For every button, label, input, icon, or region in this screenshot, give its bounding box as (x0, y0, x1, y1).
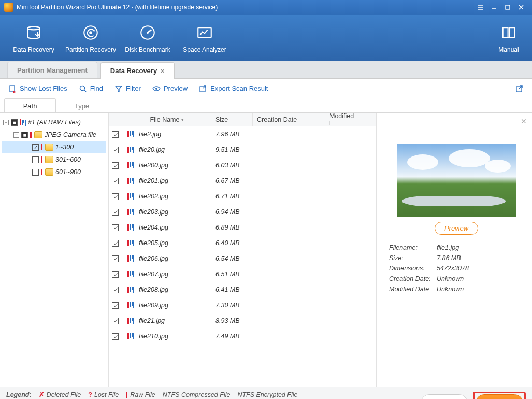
column-creation-date[interactable]: Creation Date (253, 113, 325, 126)
tree-label: 301~600 (55, 156, 81, 163)
file-row[interactable]: ✓file209.jpg7.30 MB (109, 297, 376, 313)
raw-marker-icon (41, 169, 42, 175)
checkbox[interactable]: ✓ (112, 255, 119, 262)
tree-jpeg[interactable]: − ■ JPEG Camera file (2, 129, 106, 141)
checkbox[interactable]: ✓ (112, 131, 119, 138)
meta-key: Dimensions: (389, 265, 437, 272)
tab-path[interactable]: Path (4, 98, 56, 112)
close-icon[interactable] (514, 2, 528, 12)
tree-range-2[interactable]: 301~600 (2, 153, 106, 166)
collapse-icon[interactable]: − (13, 132, 19, 138)
folder-icon (45, 168, 53, 176)
share-icon (515, 84, 524, 93)
file-list-header: File Name ▾ Size Creation Date Modified … (109, 113, 376, 126)
file-row[interactable]: ✓file20.jpg9.51 MB (109, 142, 376, 158)
preview-button[interactable]: Preview (152, 84, 188, 93)
checkbox[interactable]: ✓ (112, 287, 119, 293)
checkbox[interactable]: ✓ (112, 302, 119, 309)
ribbon-partition-recovery[interactable]: Partition Recovery (62, 22, 119, 53)
menu-icon[interactable] (474, 2, 487, 12)
filter-button[interactable]: Filter (114, 84, 141, 93)
file-list[interactable]: ✓file2.jpg7.96 MB✓file20.jpg9.51 MB✓file… (109, 126, 376, 387)
file-row[interactable]: ✓file200.jpg6.03 MB (109, 158, 376, 173)
maximize-icon[interactable] (501, 2, 514, 12)
file-name: file209.jpg (139, 302, 168, 309)
raw-file-icon (127, 286, 136, 293)
main-content: − ■ #1 (All RAW Files) − ■ JPEG Camera f… (0, 113, 532, 387)
file-row[interactable]: ✓file201.jpg6.67 MB (109, 173, 376, 189)
partition-recovery-icon (62, 22, 119, 43)
collapse-icon[interactable]: − (3, 120, 9, 125)
checkbox[interactable]: ✓ (112, 162, 119, 169)
share-button[interactable] (515, 84, 524, 93)
save-button[interactable]: Save (476, 394, 523, 399)
checkbox[interactable]: ■ (11, 119, 18, 126)
ribbon-data-recovery[interactable]: Data Recovery (5, 22, 62, 53)
ribbon-label: Space Analyzer (183, 46, 226, 53)
svg-rect-0 (506, 5, 510, 9)
preview-thumbnail (397, 144, 516, 217)
open-preview-button[interactable]: Preview (435, 222, 478, 235)
filter-icon (114, 84, 123, 93)
folder-icon (45, 156, 53, 163)
column-modified[interactable]: Modified l (325, 113, 356, 126)
raw-file-icon (127, 270, 136, 278)
ribbon-disk-benchmark[interactable]: Disk Benchmark (119, 22, 176, 53)
checkbox[interactable]: ✓ (32, 144, 39, 151)
back-button[interactable]: Back (421, 394, 468, 399)
column-size[interactable]: Size (211, 113, 253, 126)
show-lost-files-button[interactable]: Show Lost Files (8, 84, 67, 93)
export-scan-button[interactable]: Export Scan Result (199, 84, 268, 93)
checkbox[interactable]: ✓ (112, 271, 119, 278)
ribbon-manual[interactable]: Manual (491, 22, 527, 53)
file-row[interactable]: ✓file203.jpg6.94 MB (109, 204, 376, 220)
raw-file-icon (127, 317, 136, 324)
meta-key: Modified Date (389, 286, 437, 293)
checkbox[interactable]: ✓ (112, 333, 119, 340)
raw-file-icon (127, 177, 136, 184)
file-row[interactable]: ✓file21.jpg8.93 MB (109, 313, 376, 329)
svg-point-1 (28, 27, 40, 30)
file-row[interactable]: ✓file208.jpg6.41 MB (109, 282, 376, 297)
svg-point-9 (155, 88, 157, 90)
tree-root[interactable]: − ■ #1 (All RAW Files) (2, 116, 106, 129)
tab-partition-management[interactable]: Partition Management (7, 62, 97, 78)
file-name: file204.jpg (139, 224, 168, 231)
ribbon-space-analyzer[interactable]: Space Analyzer (176, 22, 233, 53)
close-preview-icon[interactable]: ✕ (521, 117, 527, 125)
minimize-icon[interactable] (487, 2, 501, 12)
svg-point-5 (147, 32, 149, 34)
tab-data-recovery[interactable]: Data Recovery✕ (100, 62, 175, 79)
checkbox[interactable]: ✓ (112, 193, 119, 200)
svg-point-3 (89, 31, 92, 34)
file-row[interactable]: ✓file204.jpg6.89 MB (109, 220, 376, 235)
checkbox[interactable]: ✓ (112, 178, 119, 184)
window-title: MiniTool Partition Wizard Pro Ultimate 1… (17, 4, 218, 11)
file-row[interactable]: ✓file2.jpg7.96 MB (109, 126, 376, 142)
tab-close-icon[interactable]: ✕ (160, 68, 165, 74)
file-row[interactable]: ✓file202.jpg6.71 MB (109, 189, 376, 204)
file-row[interactable]: ✓file206.jpg6.54 MB (109, 251, 376, 266)
raw-file-icon (127, 146, 136, 153)
tab-label: Partition Management (17, 66, 88, 74)
toolbar: Show Lost Files Find Filter Preview Expo… (0, 79, 532, 98)
raw-file-icon (127, 255, 136, 262)
column-filename[interactable]: File Name ▾ (123, 113, 211, 126)
file-row[interactable]: ✓file210.jpg7.49 MB (109, 329, 376, 344)
checkbox[interactable]: ✓ (112, 224, 119, 231)
checkbox[interactable]: ■ (21, 132, 28, 138)
checkbox[interactable]: ✓ (112, 318, 119, 324)
tab-type[interactable]: Type (56, 98, 108, 112)
file-row[interactable]: ✓file205.jpg6.40 MB (109, 235, 376, 251)
find-button[interactable]: Find (79, 84, 103, 93)
checkbox[interactable]: ✓ (112, 209, 119, 216)
tree-range-3[interactable]: 601~900 (2, 166, 106, 178)
checkbox[interactable]: ✓ (112, 147, 119, 153)
checkbox[interactable] (32, 169, 39, 176)
checkbox[interactable] (32, 156, 39, 163)
tree-range-1[interactable]: ✓ 1~300 (2, 141, 106, 153)
page-tabs: Partition Management Data Recovery✕ (0, 61, 532, 79)
file-row[interactable]: ✓file207.jpg6.51 MB (109, 266, 376, 282)
checkbox[interactable]: ✓ (112, 240, 119, 247)
footer: Legend: ✗Deleted File ?Lost File Raw Fil… (0, 387, 532, 399)
